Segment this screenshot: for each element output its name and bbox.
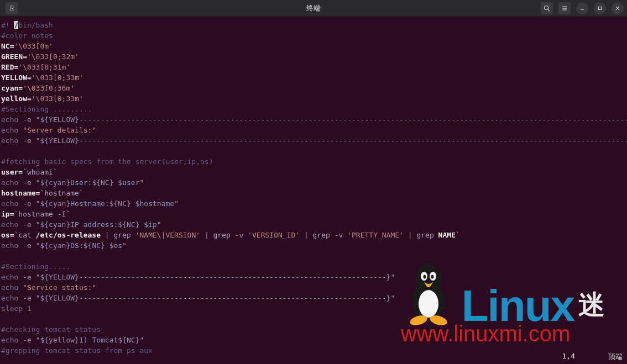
editor-line: os=`cat /etc/os-release | grep 'NAME\|VE…: [1, 230, 626, 240]
search-button[interactable]: [541, 2, 553, 14]
search-icon: [544, 5, 550, 12]
editor-line: YELLOW='\033[0;33m': [1, 72, 626, 83]
minimize-icon: [579, 6, 585, 11]
editor-line: yellow='\033[0;33m': [1, 93, 626, 104]
editor-line: #Sectioning.....: [1, 261, 626, 272]
editor-line: sleep 1: [1, 303, 626, 314]
editor-line: #grepping tomcat status from ps aux: [1, 345, 626, 356]
titlebar-right: [539, 2, 624, 14]
editor-line: #fetching basic specs from the server(us…: [1, 156, 626, 167]
tab-icon: ⎘: [10, 4, 14, 12]
editor-line: echo -e "${cyan}IP address:${NC} $ip": [1, 219, 626, 230]
close-icon: [615, 6, 620, 11]
hamburger-icon: [561, 5, 568, 12]
editor-line: #color notes: [1, 30, 626, 41]
editor-line: echo -e "${YELLOW}----------------------…: [1, 114, 626, 125]
editor-line: echo "Server details:": [1, 125, 626, 135]
editor-line: GREEN='\033[0;32m': [1, 51, 626, 62]
editor-line: echo -e "${YELLOW}----------------------…: [1, 135, 626, 146]
editor-line: echo -e "${cyan}OS:${NC} $os": [1, 240, 626, 251]
close-button[interactable]: [612, 2, 624, 14]
editor-line: echo "Service status:": [1, 282, 626, 293]
editor-line: [1, 251, 626, 261]
menu-button[interactable]: [558, 2, 571, 14]
editor-line: hostname=`hostname`: [1, 188, 626, 198]
editor-line: echo -e "${cyan}Hostname:${NC} $hostname…: [1, 198, 626, 209]
titlebar: ⎘ 终端: [0, 0, 627, 17]
editor-line: [1, 314, 626, 324]
window-title: 终端: [306, 3, 321, 13]
svg-point-0: [545, 6, 548, 9]
titlebar-left: ⎘: [3, 2, 18, 14]
new-tab-button[interactable]: ⎘: [6, 2, 18, 14]
svg-rect-6: [599, 7, 602, 9]
editor-line: echo -e "${yellow}1) Tomcat${NC}": [1, 335, 626, 345]
svg-line-1: [548, 9, 550, 11]
editor-line: echo -e "${YELLOW}----------------------…: [1, 272, 626, 282]
editor-line: cyan='\033[0;36m': [1, 83, 626, 93]
editor-line: ip=`hostname -I`: [1, 209, 626, 219]
editor-line: user=`whoami`: [1, 167, 626, 177]
minimize-button[interactable]: [576, 2, 588, 14]
editor-line: echo -e "${cyan}User:${NC} $user": [1, 177, 626, 188]
vim-statusbar: 1,4 顶端: [562, 352, 623, 362]
scroll-state: 顶端: [608, 352, 623, 362]
editor-line: echo -e "${YELLOW}----------------------…: [1, 293, 626, 303]
maximize-button[interactable]: [594, 2, 606, 14]
editor-line: [1, 146, 626, 156]
editor-line: RED='\033[0;31m': [1, 62, 626, 72]
editor-line: #! /bin/bash: [1, 20, 626, 30]
editor-line: #Sectioning .........: [1, 104, 626, 114]
editor-line: NC='\033[0m': [1, 41, 626, 51]
editor-area[interactable]: #! /bin/bash#color notesNC='\033[0m'GREE…: [0, 17, 627, 359]
editor-line: #checking tomcat status: [1, 324, 626, 335]
cursor-position: 1,4: [562, 352, 575, 362]
maximize-icon: [597, 6, 603, 11]
